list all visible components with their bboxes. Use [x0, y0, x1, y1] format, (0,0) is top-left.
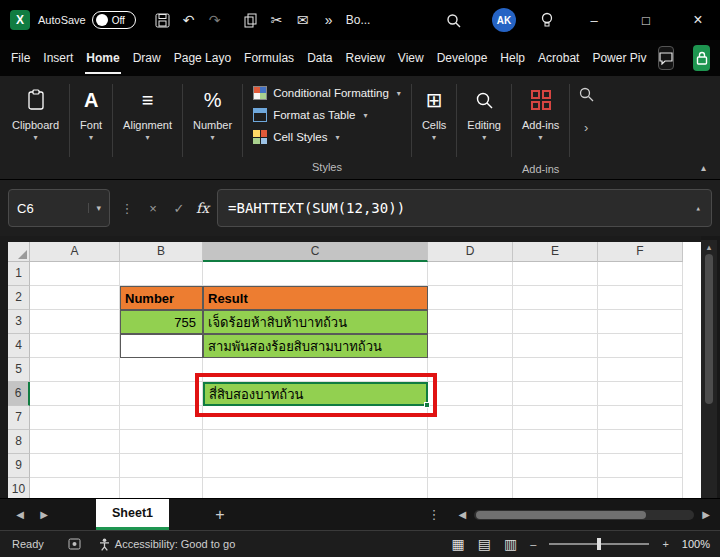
cell[interactable]	[30, 454, 120, 478]
tab-acrobat[interactable]: Acrobat	[537, 42, 580, 74]
row-header-1[interactable]: 1	[8, 262, 30, 286]
row-header-6[interactable]: 6	[8, 382, 30, 406]
zoom-slider-knob[interactable]	[597, 538, 601, 550]
select-all-corner[interactable]	[8, 242, 30, 262]
cell[interactable]	[598, 358, 683, 382]
cell-styles-button[interactable]: Cell Styles ▾	[253, 126, 339, 148]
cell-C4[interactable]: สามพันสองร้อยสิบสามบาทถ้วน	[203, 334, 428, 358]
cell[interactable]	[513, 406, 598, 430]
cell[interactable]	[513, 382, 598, 406]
row-header-4[interactable]: 4	[8, 334, 30, 358]
cell[interactable]	[428, 286, 513, 310]
cell[interactable]	[30, 310, 120, 334]
cell[interactable]	[30, 334, 120, 358]
cell[interactable]	[203, 406, 428, 430]
font-group[interactable]: A Font ▾	[72, 80, 110, 179]
number-group[interactable]: % Number ▾	[185, 80, 240, 179]
fill-handle[interactable]	[424, 402, 430, 408]
avatar[interactable]: AK	[492, 8, 516, 32]
sheet-nav-right-icon[interactable]: ▶	[32, 509, 56, 520]
more-commands-icon[interactable]: »	[316, 7, 342, 33]
conditional-formatting-button[interactable]: Conditional Formatting ▾	[253, 82, 401, 104]
clipboard-group[interactable]: Clipboard ▾	[4, 80, 67, 179]
cell[interactable]	[30, 406, 120, 430]
insert-function-button[interactable]: fx	[196, 200, 209, 216]
cell[interactable]	[513, 286, 598, 310]
cell[interactable]	[598, 406, 683, 430]
editing-group[interactable]: Editing ▾	[459, 80, 509, 179]
cell[interactable]	[428, 430, 513, 454]
format-as-table-button[interactable]: Format as Table ▾	[253, 104, 367, 126]
cell-C3[interactable]: เจ็ดร้อยห้าสิบห้าบาทถ้วน	[203, 310, 428, 334]
column-header-A[interactable]: A	[30, 242, 120, 262]
tab-formulas[interactable]: Formulas	[243, 42, 295, 74]
normal-view-icon[interactable]: ▦	[452, 536, 465, 552]
mail-icon[interactable]: ✉	[290, 7, 316, 33]
addins-button[interactable]: Add-ins ▾	[522, 84, 559, 142]
cell[interactable]	[598, 454, 683, 478]
minimize-button[interactable]: –	[572, 0, 616, 40]
cell-C6-selected[interactable]: สี่สิบสองบาทถ้วน	[203, 382, 428, 406]
tab-insert[interactable]: Insert	[42, 42, 74, 74]
collapse-ribbon-icon[interactable]: ▴	[701, 162, 706, 173]
cell[interactable]	[428, 454, 513, 478]
zoom-out-button[interactable]: –	[530, 538, 536, 550]
cell[interactable]	[428, 310, 513, 334]
macro-record-icon[interactable]	[68, 538, 81, 550]
row-header-5[interactable]: 5	[8, 358, 30, 382]
redo-icon[interactable]: ↷	[202, 7, 228, 33]
column-header-F[interactable]: F	[598, 242, 683, 262]
column-header-B[interactable]: B	[120, 242, 203, 262]
column-header-E[interactable]: E	[513, 242, 598, 262]
tab-view[interactable]: View	[397, 42, 425, 74]
column-header-D[interactable]: D	[428, 242, 513, 262]
scroll-right-icon[interactable]: ▶	[702, 509, 710, 520]
row-header-9[interactable]: 9	[8, 454, 30, 478]
cell[interactable]	[30, 382, 120, 406]
undo-icon[interactable]: ↶	[176, 7, 202, 33]
scroll-up-icon[interactable]: ▴	[707, 240, 712, 254]
cell[interactable]	[120, 358, 203, 382]
close-button[interactable]: ×	[676, 0, 720, 40]
cell[interactable]	[513, 358, 598, 382]
tab-data[interactable]: Data	[306, 42, 333, 74]
maximize-button[interactable]: □	[624, 0, 668, 40]
cell[interactable]	[598, 430, 683, 454]
cell[interactable]	[598, 310, 683, 334]
comments-button[interactable]	[658, 46, 674, 70]
cell[interactable]	[428, 334, 513, 358]
cell[interactable]	[120, 430, 203, 454]
save-icon[interactable]	[150, 7, 176, 33]
row-header-7[interactable]: 7	[8, 406, 30, 430]
cell[interactable]	[513, 262, 598, 286]
cut-icon[interactable]: ✂	[264, 7, 290, 33]
cell[interactable]	[513, 334, 598, 358]
tab-file[interactable]: File	[10, 42, 31, 74]
zoom-slider[interactable]	[549, 543, 649, 545]
cell-C2[interactable]: Result	[203, 286, 428, 310]
cells-group[interactable]: ⊞ Cells ▾	[414, 80, 454, 179]
tab-developer[interactable]: Develope	[436, 42, 489, 74]
cell[interactable]	[513, 310, 598, 334]
dots-icon[interactable]: ⋮	[428, 507, 441, 522]
cell[interactable]	[598, 262, 683, 286]
sheet-tab-sheet1[interactable]: Sheet1	[96, 499, 169, 530]
cell[interactable]	[428, 358, 513, 382]
tab-power-pivot[interactable]: Power Piv	[591, 42, 647, 74]
accessibility-status[interactable]: Accessibility: Good to go	[99, 538, 235, 551]
cell[interactable]	[203, 478, 428, 498]
sheet-nav-left-icon[interactable]: ◀	[8, 509, 32, 520]
name-box[interactable]: C6 ▾	[8, 189, 110, 227]
page-layout-view-icon[interactable]: ▤	[478, 536, 491, 552]
cell[interactable]	[120, 262, 203, 286]
cell[interactable]	[598, 478, 683, 498]
tab-help[interactable]: Help	[499, 42, 526, 74]
cell[interactable]	[428, 382, 513, 406]
expand-formula-bar-icon[interactable]: ▴	[696, 203, 701, 213]
expand-ribbon-icon[interactable]: ›	[584, 120, 588, 135]
cell[interactable]	[120, 454, 203, 478]
lightbulb-icon[interactable]	[534, 7, 560, 33]
cell[interactable]	[513, 430, 598, 454]
column-header-C[interactable]: C	[203, 242, 428, 262]
search-icon[interactable]	[440, 7, 466, 33]
